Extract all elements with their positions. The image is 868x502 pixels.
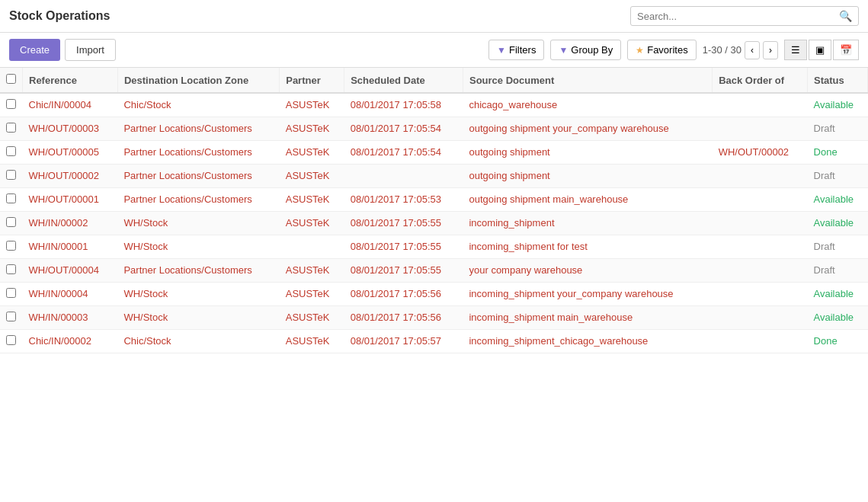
import-button[interactable]: Import	[65, 39, 116, 61]
reference-link[interactable]: WH/OUT/00004	[29, 264, 99, 276]
source-link[interactable]: outgoing shipment	[469, 170, 549, 181]
row-checkbox[interactable]	[6, 99, 16, 109]
dest-link[interactable]: Partner Locations/Customers	[123, 170, 251, 181]
partner-link[interactable]: ASUSTeK	[286, 217, 330, 229]
table-row[interactable]: WH/OUT/00002 Partner Locations/Customers…	[0, 165, 868, 188]
dest-link[interactable]: WH/Stock	[123, 288, 168, 299]
row-source[interactable]: incoming_shipment main_warehouse	[463, 306, 712, 330]
row-partner[interactable]: ASUSTeK	[280, 165, 344, 188]
row-checkbox[interactable]	[6, 170, 16, 180]
row-checkbox[interactable]	[6, 217, 16, 227]
row-dest-location[interactable]: Partner Locations/Customers	[117, 259, 279, 283]
select-all-header[interactable]	[0, 68, 23, 93]
search-input[interactable]	[637, 11, 839, 22]
row-checkbox[interactable]	[6, 193, 16, 203]
row-source[interactable]: incoming_shipment for test	[463, 235, 712, 259]
list-view-button[interactable]: ☰	[784, 40, 807, 60]
reference-link[interactable]: WH/IN/00001	[29, 241, 88, 252]
partner-link[interactable]: ASUSTeK	[286, 335, 330, 347]
row-checkbox-cell[interactable]	[0, 235, 23, 259]
row-source[interactable]: incoming_shipment_chicago_warehouse	[463, 330, 712, 353]
row-reference[interactable]: WH/IN/00003	[23, 306, 118, 330]
row-partner[interactable]: ASUSTeK	[280, 259, 344, 283]
reference-link[interactable]: WH/OUT/00001	[29, 193, 99, 205]
row-reference[interactable]: WH/OUT/00002	[23, 165, 118, 188]
row-checkbox-cell[interactable]	[0, 306, 23, 330]
favorites-button[interactable]: ★ Favorites	[627, 40, 696, 60]
row-source[interactable]: incoming_shipment your_company warehouse	[463, 283, 712, 306]
row-source[interactable]: chicago_warehouse	[463, 93, 712, 117]
dest-link[interactable]: Partner Locations/Customers	[123, 123, 251, 134]
partner-link[interactable]: ASUSTeK	[286, 288, 330, 299]
table-row[interactable]: WH/OUT/00001 Partner Locations/Customers…	[0, 188, 868, 212]
reference-link[interactable]: WH/OUT/00005	[29, 146, 99, 158]
table-row[interactable]: WH/OUT/00003 Partner Locations/Customers…	[0, 117, 868, 141]
grid-view-button[interactable]: ▣	[809, 40, 831, 60]
row-partner[interactable]: ASUSTeK	[280, 93, 344, 117]
next-page-button[interactable]: ›	[763, 41, 778, 59]
partner-link[interactable]: ASUSTeK	[286, 123, 330, 134]
source-link[interactable]: outgoing shipment your_company warehouse	[469, 123, 668, 134]
row-partner[interactable]: ASUSTeK	[280, 306, 344, 330]
row-dest-location[interactable]: WH/Stock	[117, 283, 279, 306]
row-source[interactable]: outgoing shipment	[463, 141, 712, 165]
row-dest-location[interactable]: Partner Locations/Customers	[117, 165, 279, 188]
dest-link[interactable]: Chic/Stock	[123, 99, 171, 110]
reference-link[interactable]: WH/OUT/00002	[29, 170, 99, 181]
source-link[interactable]: chicago_warehouse	[469, 99, 557, 110]
row-reference[interactable]: WH/IN/00004	[23, 283, 118, 306]
reference-link[interactable]: Chic/IN/00004	[29, 99, 91, 110]
dest-link[interactable]: Partner Locations/Customers	[123, 264, 251, 276]
row-dest-location[interactable]: Partner Locations/Customers	[117, 188, 279, 212]
row-source[interactable]: incoming_shipment	[463, 212, 712, 235]
row-reference[interactable]: WH/OUT/00001	[23, 188, 118, 212]
reference-link[interactable]: WH/IN/00004	[29, 288, 88, 299]
reference-link[interactable]: WH/IN/00003	[29, 312, 88, 323]
table-row[interactable]: WH/IN/00001 WH/Stock 08/01/2017 17:05:55…	[0, 235, 868, 259]
row-checkbox[interactable]	[6, 123, 16, 133]
row-checkbox-cell[interactable]	[0, 259, 23, 283]
table-row[interactable]: WH/IN/00004 WH/Stock ASUSTeK 08/01/2017 …	[0, 283, 868, 306]
row-partner[interactable]: ASUSTeK	[280, 188, 344, 212]
row-checkbox[interactable]	[6, 146, 16, 156]
source-link[interactable]: incoming_shipment your_company warehouse	[469, 288, 673, 299]
row-reference[interactable]: Chic/IN/00002	[23, 330, 118, 353]
source-link[interactable]: incoming_shipment	[469, 217, 554, 229]
partner-link[interactable]: ASUSTeK	[286, 264, 330, 276]
row-partner[interactable]: ASUSTeK	[280, 330, 344, 353]
source-link[interactable]: outgoing shipment main_warehouse	[469, 193, 628, 205]
row-checkbox-cell[interactable]	[0, 165, 23, 188]
row-checkbox[interactable]	[6, 241, 16, 251]
row-partner[interactable]: ASUSTeK	[280, 141, 344, 165]
partner-link[interactable]: ASUSTeK	[286, 170, 330, 181]
source-link[interactable]: incoming_shipment for test	[469, 241, 587, 252]
row-partner[interactable]: ASUSTeK	[280, 117, 344, 141]
row-checkbox-cell[interactable]	[0, 283, 23, 306]
partner-link[interactable]: ASUSTeK	[286, 146, 330, 158]
reference-link[interactable]: Chic/IN/00002	[29, 335, 91, 347]
row-source[interactable]: outgoing shipment main_warehouse	[463, 188, 712, 212]
row-reference[interactable]: WH/IN/00001	[23, 235, 118, 259]
select-all-checkbox[interactable]	[6, 74, 16, 84]
row-checkbox[interactable]	[6, 312, 16, 321]
row-checkbox[interactable]	[6, 288, 16, 298]
source-link[interactable]: incoming_shipment_chicago_warehouse	[469, 335, 648, 347]
dest-link[interactable]: WH/Stock	[123, 217, 168, 229]
row-source[interactable]: your company warehouse	[463, 259, 712, 283]
row-partner[interactable]	[280, 235, 344, 259]
row-backorder[interactable]: WH/OUT/00002	[713, 141, 808, 165]
row-checkbox[interactable]	[6, 335, 16, 345]
table-row[interactable]: WH/OUT/00005 Partner Locations/Customers…	[0, 141, 868, 165]
row-dest-location[interactable]: WH/Stock	[117, 235, 279, 259]
row-checkbox-cell[interactable]	[0, 330, 23, 353]
row-dest-location[interactable]: Partner Locations/Customers	[117, 117, 279, 141]
row-partner[interactable]: ASUSTeK	[280, 212, 344, 235]
row-checkbox-cell[interactable]	[0, 117, 23, 141]
filters-button[interactable]: ▼ Filters	[488, 40, 544, 60]
row-reference[interactable]: Chic/IN/00004	[23, 93, 118, 117]
backorder-link[interactable]: WH/OUT/00002	[719, 146, 789, 158]
source-link[interactable]: incoming_shipment main_warehouse	[469, 312, 633, 323]
table-row[interactable]: Chic/IN/00004 Chic/Stock ASUSTeK 08/01/2…	[0, 93, 868, 117]
row-dest-location[interactable]: Partner Locations/Customers	[117, 141, 279, 165]
row-checkbox-cell[interactable]	[0, 141, 23, 165]
